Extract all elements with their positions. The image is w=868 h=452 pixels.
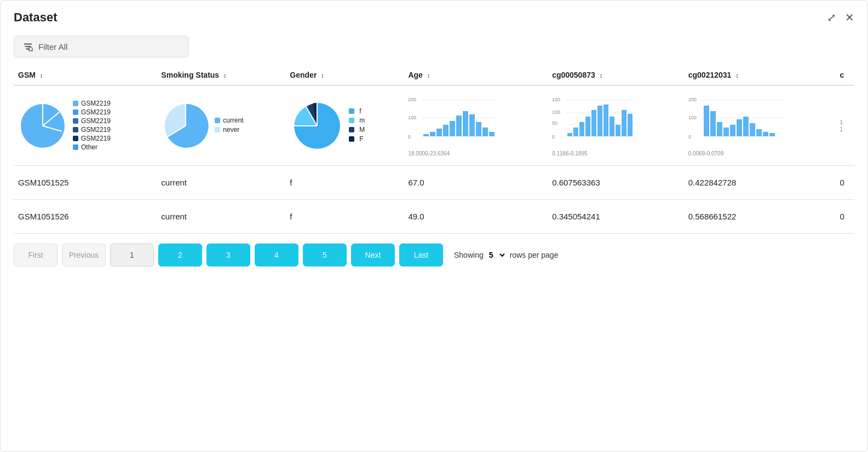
- row1-cg2: 0.422842728: [684, 166, 836, 200]
- page-1-button[interactable]: 1: [110, 244, 154, 266]
- svg-text:50: 50: [552, 120, 557, 126]
- svg-text:0: 0: [688, 134, 691, 140]
- chart-row: GSM2219 GSM2219 GSM2219 GSM2219 GSM2219 …: [14, 85, 854, 166]
- page-5-button[interactable]: 5: [303, 244, 347, 266]
- svg-rect-54: [743, 117, 749, 136]
- row2-smoking: current: [157, 200, 285, 234]
- smoking-pie-chart: [161, 101, 210, 150]
- filter-bar: Filter All: [1, 30, 867, 65]
- svg-rect-39: [616, 125, 620, 136]
- col-cg00050873[interactable]: cg00050873 ↕: [548, 65, 684, 85]
- svg-rect-31: [567, 133, 572, 136]
- svg-rect-15: [443, 125, 449, 136]
- previous-button[interactable]: Previous: [62, 244, 106, 266]
- svg-text:0: 0: [408, 134, 411, 140]
- legend-item-4: GSM2219: [73, 126, 111, 134]
- svg-rect-33: [579, 122, 584, 136]
- svg-rect-20: [476, 122, 481, 136]
- gender-legend-M: M: [349, 126, 365, 134]
- svg-rect-53: [737, 119, 742, 136]
- svg-rect-36: [597, 106, 602, 136]
- filter-label: Filter All: [38, 42, 67, 51]
- gsm-chart-cell: GSM2219 GSM2219 GSM2219 GSM2219 GSM2219 …: [14, 85, 157, 166]
- svg-rect-58: [769, 133, 775, 136]
- rows-per-page: Showing 5 10 25 50 rows per page: [454, 250, 558, 260]
- row2-cg1: 0.345054241: [548, 200, 684, 234]
- sort-icon-cg2: ↕: [735, 72, 739, 79]
- window-title: Dataset: [14, 10, 57, 25]
- legend-item-1: GSM2219: [73, 100, 111, 107]
- sort-icon-gender: ↕: [321, 72, 324, 79]
- row1-smoking: current: [157, 166, 285, 200]
- c-chart-cell: 1 1: [836, 85, 854, 166]
- main-window: Dataset ⤢ ✕ Filter All GSM ↕ Smoking Sta…: [0, 0, 868, 452]
- row2-gender: f: [285, 200, 404, 234]
- legend-item-3: GSM2219: [73, 117, 111, 125]
- col-gender[interactable]: Gender ↕: [285, 65, 404, 85]
- table-row: GSM1051525 current f 67.0 0.607563363 0.…: [14, 166, 854, 200]
- svg-rect-34: [585, 117, 590, 136]
- svg-text:200: 200: [688, 97, 697, 102]
- svg-text:100: 100: [408, 115, 416, 120]
- smoking-legend-never: never: [215, 126, 243, 134]
- data-table: GSM ↕ Smoking Status ↕ Gender ↕ Age ↕ cg…: [1, 65, 867, 234]
- next-button[interactable]: Next: [351, 244, 395, 266]
- col-gsm[interactable]: GSM ↕: [14, 65, 157, 85]
- svg-rect-32: [573, 128, 578, 136]
- page-2-button[interactable]: 2: [158, 244, 202, 266]
- cg2-bar-chart: 200 100 0: [688, 95, 787, 149]
- page-4-button[interactable]: 4: [255, 244, 298, 266]
- filter-input[interactable]: Filter All: [14, 36, 189, 57]
- svg-rect-37: [603, 105, 608, 136]
- close-icon[interactable]: ✕: [845, 11, 854, 24]
- filter-icon: [23, 42, 33, 51]
- age-range-label: 18.0000-23.6364: [408, 150, 450, 157]
- row1-c: 0: [836, 166, 854, 200]
- svg-rect-35: [591, 110, 596, 136]
- rows-suffix-label: rows per page: [510, 251, 559, 259]
- gender-legend-m: m: [349, 117, 365, 124]
- smoking-legend-current: current: [215, 117, 243, 124]
- gender-chart-cell: f m M F: [285, 85, 404, 166]
- svg-rect-38: [610, 117, 614, 136]
- row2-cg2: 0.568661522: [684, 200, 836, 234]
- age-bar-chart: 200 100 0: [408, 95, 501, 149]
- svg-rect-17: [456, 115, 462, 136]
- row2-age: 49.0: [404, 200, 548, 234]
- legend-item-2: GSM2219: [73, 108, 111, 116]
- row1-gender: f: [285, 166, 404, 200]
- gender-legend-f: f: [349, 107, 365, 115]
- svg-rect-41: [628, 114, 633, 136]
- svg-rect-21: [482, 128, 488, 136]
- svg-rect-18: [463, 111, 468, 136]
- last-button[interactable]: Last: [399, 244, 443, 266]
- col-smoking[interactable]: Smoking Status ↕: [157, 65, 285, 85]
- table-row: GSM1051526 current f 49.0 0.345054241 0.…: [14, 200, 854, 234]
- legend-item-other: Other: [73, 143, 111, 151]
- smoking-legend: current never: [215, 117, 243, 135]
- page-3-button[interactable]: 3: [206, 244, 250, 266]
- svg-text:0: 0: [552, 134, 555, 140]
- svg-text:100: 100: [552, 109, 560, 115]
- sort-icon-gsm: ↕: [40, 72, 43, 79]
- col-age[interactable]: Age ↕: [404, 65, 548, 85]
- gender-pie-chart: [290, 98, 344, 153]
- svg-rect-49: [710, 111, 716, 136]
- table-header-row: GSM ↕ Smoking Status ↕ Gender ↕ Age ↕ cg…: [14, 65, 854, 85]
- svg-rect-16: [450, 121, 455, 136]
- svg-rect-50: [717, 122, 722, 136]
- expand-icon[interactable]: ⤢: [827, 11, 836, 24]
- svg-text:100: 100: [688, 115, 697, 120]
- svg-rect-51: [723, 128, 729, 136]
- row2-gsm: GSM1051526: [14, 200, 157, 234]
- first-button[interactable]: First: [14, 244, 58, 266]
- svg-rect-52: [730, 125, 735, 136]
- row1-gsm: GSM1051525: [14, 166, 157, 200]
- smoking-chart-cell: current never: [157, 85, 285, 166]
- rows-count-select[interactable]: 5 10 25 50: [487, 250, 507, 260]
- cg2-range-label: 0.0069-0.0709: [688, 150, 724, 157]
- svg-rect-40: [622, 110, 626, 136]
- svg-line-4: [32, 50, 33, 51]
- col-cg00212031[interactable]: cg00212031 ↕: [684, 65, 836, 85]
- legend-item-5: GSM2219: [73, 135, 111, 142]
